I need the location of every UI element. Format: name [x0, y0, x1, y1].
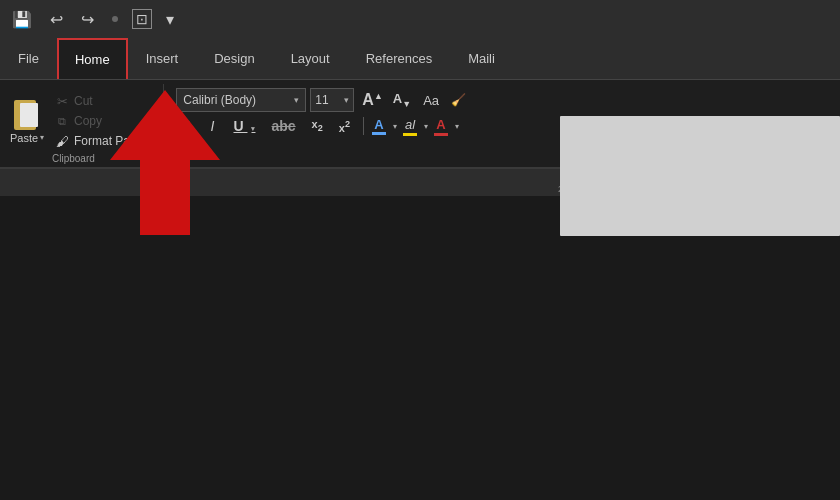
font-color2-dropdown[interactable]: ▾: [455, 122, 459, 131]
font-size-btns: A▲ A▼: [358, 89, 415, 111]
paste-icon: [8, 92, 46, 130]
ribbon-tabs: File Home Insert Design Layout Reference…: [0, 38, 840, 80]
tab-file[interactable]: File: [0, 38, 57, 79]
document-page: [560, 116, 840, 236]
copy-icon: ⧉: [54, 113, 70, 129]
clipboard-expand-icon[interactable]: ⊡: [141, 152, 155, 164]
font-size-chevron: ▾: [344, 95, 349, 105]
clipboard-actions: ✂ Cut ⧉ Copy 🖌 Format Painter: [52, 92, 155, 150]
title-bar: 💾 ↩ ↪ ⊡ ▾: [0, 0, 840, 38]
clipboard-group: Paste ▾ ✂ Cut ⧉ Copy 🖌 Format Painter: [0, 84, 164, 163]
font-size-select[interactable]: 11 ▾: [310, 88, 354, 112]
font-color2-button[interactable]: A: [434, 117, 448, 136]
tab-design[interactable]: Design: [196, 38, 272, 79]
redo-icon[interactable]: ↪: [77, 8, 98, 31]
save-icon[interactable]: 💾: [8, 8, 36, 31]
paste-button[interactable]: Paste ▾: [8, 92, 46, 144]
format-painter-icon: 🖌: [54, 133, 70, 149]
document-area: [0, 196, 840, 236]
highlight-button[interactable]: al: [403, 117, 417, 136]
strikethrough-button[interactable]: abc: [266, 116, 300, 136]
tab-insert[interactable]: Insert: [128, 38, 197, 79]
undo-icon[interactable]: ↩: [46, 8, 67, 31]
underline-dropdown[interactable]: ▾: [251, 125, 255, 132]
font-color2-icon: A: [436, 117, 445, 132]
clear-format-button[interactable]: 🧹: [447, 91, 470, 109]
font-name-chevron: ▾: [294, 95, 299, 105]
resize-icon[interactable]: ⊡: [132, 9, 152, 29]
highlight-icon: al: [405, 117, 415, 132]
font-color-bar: [372, 132, 386, 135]
clipboard-label-row: Clipboard ⊡: [52, 150, 155, 164]
font-group-label: Font: [176, 148, 196, 159]
tab-references[interactable]: References: [348, 38, 450, 79]
font-color-dropdown[interactable]: ▾: [393, 122, 397, 131]
bold-button[interactable]: B: [176, 116, 196, 136]
highlight-dropdown[interactable]: ▾: [424, 122, 428, 131]
font-color2-bar: [434, 133, 448, 136]
subscript-button[interactable]: x2: [307, 116, 328, 135]
font-color-icon: A: [374, 118, 383, 131]
font-name-select[interactable]: Calibri (Body) ▾: [176, 88, 306, 112]
font-shrink-button[interactable]: A▼: [389, 89, 415, 111]
separator: [363, 117, 364, 135]
font-grow-button[interactable]: A▲: [358, 89, 386, 111]
paste-label: Paste: [10, 132, 38, 144]
cut-button[interactable]: ✂ Cut: [52, 92, 155, 110]
tab-home[interactable]: Home: [57, 38, 128, 79]
italic-button[interactable]: I: [202, 116, 222, 136]
font-row1: Calibri (Body) ▾ 11 ▾ A▲ A▼ Aa 🧹: [176, 88, 828, 112]
tab-mailings[interactable]: Maili: [450, 38, 513, 79]
clipboard-group-label: Clipboard: [52, 153, 95, 164]
highlight-bar: [403, 133, 417, 136]
paste-dropdown-icon[interactable]: ▾: [40, 133, 44, 142]
tab-layout[interactable]: Layout: [273, 38, 348, 79]
dot-separator: [112, 16, 118, 22]
cut-icon: ✂: [54, 93, 70, 109]
copy-button[interactable]: ⧉ Copy: [52, 112, 155, 130]
font-color-button[interactable]: A: [372, 118, 386, 135]
change-case-button[interactable]: Aa: [419, 91, 443, 110]
superscript-button[interactable]: x2: [334, 117, 355, 136]
format-painter-button[interactable]: 🖌 Format Painter: [52, 132, 155, 150]
underline-button[interactable]: U ▾: [228, 116, 260, 136]
dropdown-icon[interactable]: ▾: [162, 8, 178, 31]
